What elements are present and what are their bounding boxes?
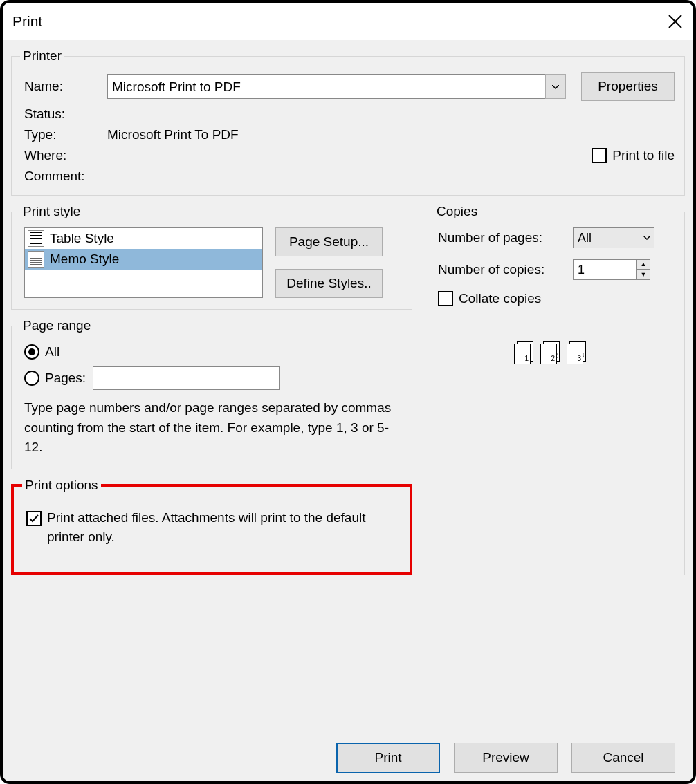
- printer-where-label: Where:: [24, 148, 107, 163]
- collate-copies-label: Collate copies: [459, 291, 541, 306]
- number-of-pages-select[interactable]: All: [573, 227, 654, 248]
- copies-legend: Copies: [434, 204, 480, 219]
- style-item-label: Table Style: [50, 231, 114, 246]
- titlebar: Print: [3, 3, 693, 40]
- print-to-file-label: Print to file: [612, 148, 675, 163]
- print-button[interactable]: Print: [336, 743, 440, 773]
- printer-name-select[interactable]: Microsoft Print to PDF: [107, 74, 546, 99]
- chevron-down-icon: [552, 85, 559, 89]
- collate-diagram: 1 1 2 2 3 3: [514, 341, 675, 364]
- page-range-all-radio[interactable]: All: [24, 344, 402, 360]
- cancel-button[interactable]: Cancel: [571, 743, 675, 773]
- print-options-legend: Print options: [22, 478, 101, 493]
- copies-decrement-button[interactable]: ▼: [637, 270, 650, 280]
- dialog-footer: Print Preview Cancel: [11, 733, 685, 773]
- number-of-copies-label: Number of copies:: [438, 262, 573, 277]
- page-range-pages-radio[interactable]: Pages:: [24, 366, 402, 390]
- collate-copies-checkbox[interactable]: [438, 291, 453, 306]
- print-attached-option[interactable]: Print attached files. Attachments will p…: [26, 508, 400, 548]
- print-style-group: Print style Table Style Memo Style: [11, 204, 412, 310]
- printer-properties-button[interactable]: Properties: [581, 72, 675, 101]
- collate-copies-option[interactable]: Collate copies: [438, 291, 675, 306]
- page-setup-button[interactable]: Page Setup...: [275, 227, 383, 256]
- printer-status-label: Status:: [24, 106, 107, 122]
- sheet-icon: 2: [540, 344, 557, 364]
- print-style-list[interactable]: Table Style Memo Style: [24, 227, 263, 298]
- print-dialog: Print Printer Name: Microsoft Print to P…: [0, 0, 696, 784]
- printer-type-label: Type:: [24, 127, 107, 142]
- table-style-icon: [28, 230, 44, 247]
- check-icon: [28, 513, 39, 524]
- number-of-copies-input[interactable]: [573, 259, 637, 280]
- page-range-group: Page range All Pages: Type page numbers …: [11, 318, 412, 469]
- memo-style-icon: [28, 251, 44, 268]
- print-options-group: Print options Print attached files. Atta…: [11, 478, 412, 575]
- style-item-memo[interactable]: Memo Style: [25, 249, 262, 270]
- print-style-legend: Print style: [20, 204, 83, 219]
- print-to-file-checkbox[interactable]: [592, 148, 607, 163]
- copies-increment-button[interactable]: ▲: [637, 259, 650, 270]
- collate-stack-1: 1 1: [514, 341, 535, 364]
- dialog-title: Print: [12, 13, 42, 30]
- collate-stack-3: 3 3: [567, 341, 587, 364]
- printer-comment-label: Comment:: [24, 169, 107, 184]
- print-attached-checkbox[interactable]: [26, 511, 42, 526]
- define-styles-button[interactable]: Define Styles..: [275, 269, 383, 298]
- preview-button[interactable]: Preview: [454, 743, 558, 773]
- style-item-label: Memo Style: [50, 252, 119, 267]
- printer-legend: Printer: [20, 48, 64, 64]
- page-range-legend: Page range: [20, 318, 93, 333]
- style-item-table[interactable]: Table Style: [25, 228, 262, 249]
- printer-group: Printer Name: Microsoft Print to PDF Pro…: [11, 48, 685, 196]
- printer-type-value: Microsoft Print To PDF: [107, 127, 239, 142]
- close-icon[interactable]: [667, 13, 684, 30]
- page-range-all-label: All: [45, 344, 59, 360]
- print-attached-label: Print attached files. Attachments will p…: [47, 508, 400, 548]
- number-of-pages-label: Number of pages:: [438, 230, 573, 245]
- dialog-body: Printer Name: Microsoft Print to PDF Pro…: [3, 40, 693, 781]
- sheet-icon: 1: [514, 344, 531, 364]
- copies-group: Copies Number of pages: All: [425, 204, 685, 575]
- page-range-pages-label: Pages:: [45, 371, 86, 386]
- number-of-copies-spinner[interactable]: ▲ ▼: [573, 259, 650, 280]
- page-range-help-text: Type page numbers and/or page ranges sep…: [24, 398, 402, 458]
- page-range-pages-input[interactable]: [93, 366, 280, 390]
- printer-name-label: Name:: [24, 79, 107, 94]
- collate-stack-2: 2 2: [540, 341, 561, 364]
- print-to-file-option[interactable]: Print to file: [592, 148, 675, 163]
- sheet-icon: 3: [567, 344, 583, 364]
- printer-name-dropdown-button[interactable]: [545, 74, 566, 99]
